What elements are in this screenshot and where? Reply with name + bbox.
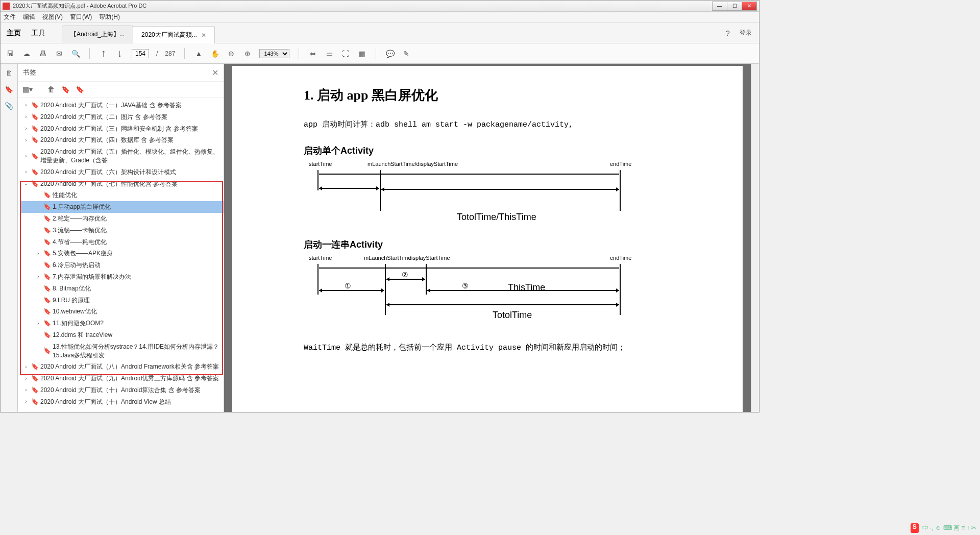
svg-marker-37 [386,303,389,307]
tab-tools[interactable]: 工具 [31,29,45,38]
bookmark-icon[interactable]: 🔖 [4,84,14,94]
menu-edit[interactable]: 编辑 [23,13,35,21]
minimize-button[interactable]: — [712,2,727,11]
bookmark-item[interactable]: ›🔖11.如何避免OOM? [21,318,224,329]
section-title-2: 启动一连串Activity [304,238,722,251]
maximize-button[interactable]: ☐ [727,2,742,11]
menu-file[interactable]: 文件 [4,13,16,21]
bookmark-glyph-icon: 🔖 [31,152,38,161]
chevron-right-icon[interactable]: › [23,398,29,405]
highlight-icon[interactable]: ✎ [402,49,411,58]
attachment-icon[interactable]: 📎 [4,101,14,111]
chevron-right-icon[interactable]: › [35,273,41,280]
pointer-icon[interactable]: ▲ [194,49,203,58]
bookmark-glyph-icon: 🔖 [31,362,38,371]
bookmark-glyph-icon: 🔖 [43,296,51,305]
bookmark-item[interactable]: 🔖2.稳定——内存优化 [21,213,224,225]
panel-close-icon[interactable]: ✕ [212,68,218,78]
search-icon[interactable]: 🔍 [71,49,80,58]
fullscreen-icon[interactable]: ⛶ [341,49,350,58]
bookmark-item[interactable]: 🔖13.性能优化如何分析systrace？14.用IDE如何分析内存泄漏？15.… [21,341,224,361]
bookmark-item[interactable]: ›🔖2020 Android 大厂面试（九）Android优秀三方库源码 含 参… [21,373,224,384]
bookmark-item[interactable]: ›🔖2020 Android 大厂面试（二）图片 含 参考答案 [21,111,224,123]
close-icon[interactable]: ✕ [201,32,206,39]
fit-width-icon[interactable]: ⇔ [308,49,317,58]
fit-page-icon[interactable]: ▭ [325,49,334,58]
menu-help[interactable]: 帮助(H) [99,13,120,21]
bookmark-item[interactable]: ›🔖2020 Android 大厂面试（一）JAVA基础 含 参考答案 [21,100,224,111]
comment-icon[interactable]: 💬 [385,49,395,58]
help-icon[interactable]: ? [723,29,732,38]
document-viewport[interactable]: 1. 启动 app 黑白屏优化 app 启动时间计算：adb shell am … [224,64,751,412]
options-icon[interactable]: ▤▾ [23,85,32,94]
chevron-right-icon[interactable]: › [23,363,29,371]
page-number-input[interactable] [132,49,149,58]
tab-home[interactable]: 主页 [7,29,21,38]
bookmark-item[interactable]: ›🔖2020 Android 大厂面试（八）Android Framework相… [21,361,224,373]
mail-icon[interactable]: ✉ [55,49,64,58]
bookmark-item[interactable]: 🔖9.LRU 的原理 [21,295,224,306]
bookmark-glyph-icon: 🔖 [43,249,51,258]
chevron-right-icon[interactable]: › [23,375,29,382]
login-link[interactable]: 登录 [740,29,752,37]
bookmark-item[interactable]: ›🔖7.内存泄漏的场景和解决办法 [21,271,224,283]
zoom-select[interactable]: 143% [259,49,289,58]
bookmark-item-selected[interactable]: 🔖1.启动app黑白屏优化 [21,201,224,213]
bookmark-item[interactable]: ›🔖5.安装包——APK瘦身 [21,248,224,259]
bookmark-item[interactable]: ›🔖2020 Android 大厂面试（六）架构设计和设计模式 [21,166,224,178]
hand-icon[interactable]: ✋ [210,49,219,58]
bookmark-item[interactable]: ›🔖2020 Android 大厂面试（三）网络和安全机制 含 参考答案 [21,123,224,135]
read-mode-icon[interactable]: ▦ [357,49,366,58]
zoom-out-icon[interactable]: ⊖ [227,49,236,58]
print-icon[interactable]: 🖶 [38,49,47,58]
menu-view[interactable]: 视图(V) [42,13,63,21]
bookmark-item[interactable]: 🔖4.节省——耗电优化 [21,236,224,248]
find-bookmark-icon[interactable]: 🔖 [75,85,84,94]
thumbnails-icon[interactable]: 🗎 [4,68,14,78]
close-button[interactable]: ✕ [742,2,757,11]
bookmark-glyph-icon: 🔖 [43,347,51,355]
chevron-right-icon[interactable]: › [35,250,41,257]
bookmark-item[interactable]: ⌄🔖2020 Android 大厂面试（七）性能优化含 参考答案 [21,178,224,190]
cloud-icon[interactable]: ☁ [22,49,31,58]
bookmark-glyph-icon: 🔖 [31,136,38,144]
page-total: 287 [165,50,175,57]
bookmark-tree[interactable]: ›🔖2020 Android 大厂面试（一）JAVA基础 含 参考答案 ›🔖20… [18,98,224,412]
separator [299,48,299,59]
zoom-in-icon[interactable]: ⊕ [243,49,252,58]
bookmark-item[interactable]: ›🔖2020 Android 大厂面试（四）数据库 含 参考答案 [21,134,224,146]
chevron-right-icon[interactable]: › [23,125,29,132]
new-bookmark-icon[interactable]: 🔖 [61,85,70,94]
vertical-scrollbar[interactable] [751,64,759,412]
bookmark-item[interactable]: 🔖8. Bitmap优化 [21,283,224,295]
window-title: 2020大厂面试高频知识点.pdf - Adobe Acrobat Pro DC [13,2,713,10]
chevron-right-icon[interactable]: › [23,386,29,394]
bookmark-item[interactable]: 🔖12.ddms 和 traceView [21,329,224,341]
bookmark-item[interactable]: 🔖性能优化 [21,189,224,201]
trash-icon[interactable]: 🗑 [46,85,56,94]
bookmark-item[interactable]: ›🔖2020 Android 大厂面试（十）Android算法合集 含 参考答案 [21,384,224,396]
doc-tab-1[interactable]: 【Android_上海】... [62,26,133,43]
save-icon[interactable]: 🖫 [6,49,15,58]
bookmark-glyph-icon: 🔖 [31,386,38,395]
page-down-icon[interactable]: ⭣ [115,49,125,58]
chevron-right-icon[interactable]: › [35,320,41,327]
chevron-right-icon[interactable]: › [23,113,29,120]
bookmark-item[interactable]: ›🔖2020 Android 大厂面试（五）插件化、模块化、组件化、热修复、增量… [21,146,224,166]
doc-tab-2[interactable]: 2020大厂面试高频... ✕ [133,26,215,43]
bookmark-glyph-icon: 🔖 [43,331,51,339]
chevron-right-icon[interactable]: › [23,153,29,160]
chevron-right-icon[interactable]: › [23,102,29,109]
bookmark-item[interactable]: 🔖6.冷启动与热启动 [21,259,224,271]
bookmark-item[interactable]: 🔖10.webview优化 [21,306,224,318]
chevron-right-icon[interactable]: › [23,137,29,144]
page-up-icon[interactable]: ⭡ [99,49,108,58]
chevron-down-icon[interactable]: ⌄ [23,180,29,187]
bookmark-item[interactable]: ›🔖2020 Android 大厂面试（十）Android View 总结 [21,396,224,408]
bookmark-glyph-icon: 🔖 [31,101,38,110]
bookmark-glyph-icon: 🔖 [31,374,38,383]
chevron-right-icon[interactable]: › [23,168,29,176]
bookmark-item[interactable]: 🔖3.流畅——卡顿优化 [21,225,224,236]
bookmark-glyph-icon: 🔖 [31,398,38,406]
menu-window[interactable]: 窗口(W) [70,13,92,21]
